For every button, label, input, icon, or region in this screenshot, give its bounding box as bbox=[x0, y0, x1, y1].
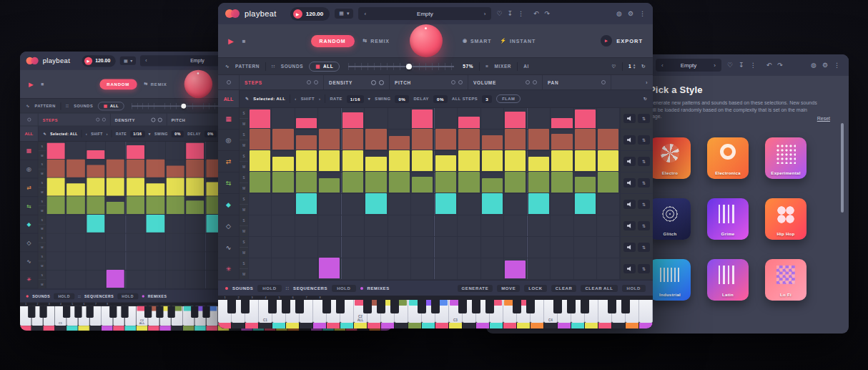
track-cue-button[interactable] bbox=[623, 264, 636, 273]
step-cell[interactable] bbox=[527, 130, 551, 150]
lock-icon[interactable] bbox=[314, 80, 318, 84]
solo-button[interactable]: S bbox=[240, 172, 248, 183]
piano-black-key[interactable] bbox=[86, 306, 93, 318]
edit-pencil-icon[interactable]: ✎ bbox=[44, 132, 47, 135]
piano-black-key[interactable] bbox=[621, 300, 630, 313]
bpm-control[interactable]: ▶ 120.00 bbox=[82, 55, 116, 67]
step-cell[interactable] bbox=[341, 258, 365, 279]
step-cell[interactable] bbox=[411, 237, 434, 258]
solo-button[interactable]: S bbox=[240, 258, 248, 269]
piano-black-key[interactable] bbox=[144, 306, 152, 318]
track-3-icon[interactable]: ⇄ bbox=[20, 178, 38, 197]
step-cell[interactable] bbox=[66, 142, 86, 160]
step-cell[interactable] bbox=[434, 194, 458, 215]
tab-steps[interactable]: STEPS bbox=[39, 114, 111, 126]
step-cell[interactable] bbox=[434, 151, 458, 172]
solo-button[interactable]: S bbox=[39, 271, 46, 280]
step-cell[interactable] bbox=[527, 108, 551, 129]
style-card-latin[interactable]: Latin bbox=[707, 259, 749, 301]
step-cell[interactable] bbox=[411, 194, 434, 215]
remix-button[interactable]: ⇆ REMIX bbox=[144, 82, 167, 87]
mixer-toggle[interactable]: MIXER bbox=[495, 64, 512, 69]
step-cell[interactable] bbox=[434, 172, 458, 193]
step-cell[interactable] bbox=[597, 237, 620, 258]
mute-button[interactable]: M bbox=[39, 170, 46, 178]
stepper-down-icon[interactable]: ▾ bbox=[633, 67, 636, 69]
step-cell[interactable] bbox=[388, 130, 411, 150]
solo-button[interactable]: S bbox=[240, 151, 248, 162]
step-cell[interactable] bbox=[46, 215, 66, 233]
step-cell[interactable] bbox=[125, 215, 145, 233]
track-1-icon[interactable]: ▦ bbox=[218, 108, 239, 130]
complexity-knob[interactable] bbox=[184, 70, 212, 98]
step-cell[interactable] bbox=[527, 151, 551, 172]
style-card-grime[interactable]: Grime bbox=[707, 198, 749, 240]
step-cell[interactable] bbox=[574, 130, 597, 150]
solo-button[interactable]: S bbox=[240, 130, 248, 140]
step-cell[interactable] bbox=[272, 215, 295, 236]
step-cell[interactable] bbox=[551, 215, 573, 236]
dice-icon[interactable] bbox=[96, 118, 99, 122]
piano-black-key[interactable] bbox=[363, 300, 372, 313]
step-cell[interactable] bbox=[411, 172, 434, 193]
tab-sounds[interactable]: SOUNDS bbox=[74, 104, 93, 108]
step-cell[interactable] bbox=[551, 151, 573, 172]
track-cue-button[interactable] bbox=[623, 243, 636, 252]
step-cell[interactable] bbox=[365, 172, 388, 193]
sidebar-all-tab[interactable]: ALL bbox=[218, 90, 239, 108]
step-cell[interactable] bbox=[411, 151, 434, 172]
step-cell[interactable] bbox=[46, 197, 66, 215]
kit-selector[interactable]: ▦ ▾ bbox=[120, 57, 136, 65]
step-cell[interactable] bbox=[66, 234, 86, 252]
piano-black-key[interactable] bbox=[526, 300, 535, 313]
step-cell[interactable] bbox=[146, 160, 166, 178]
step-cell[interactable] bbox=[365, 151, 388, 172]
step-cell[interactable] bbox=[86, 252, 106, 270]
step-cell[interactable] bbox=[597, 151, 620, 172]
remixes-hold-button[interactable]: HOLD bbox=[622, 285, 646, 292]
step-cell[interactable] bbox=[86, 271, 106, 288]
mute-button[interactable]: M bbox=[39, 188, 46, 196]
piano-black-key[interactable] bbox=[63, 306, 70, 318]
mute-button[interactable]: M bbox=[39, 151, 46, 160]
mute-button[interactable]: M bbox=[39, 206, 46, 215]
piano-black-key[interactable] bbox=[202, 306, 209, 318]
step-cell[interactable] bbox=[86, 234, 106, 252]
play-icon[interactable]: ▶ bbox=[84, 57, 92, 64]
step-cell[interactable] bbox=[295, 130, 318, 150]
step-cell[interactable] bbox=[388, 215, 411, 236]
swing-value[interactable]: 0% bbox=[395, 95, 409, 103]
piano-black-key[interactable] bbox=[156, 306, 163, 318]
solo-button[interactable]: S bbox=[39, 252, 46, 261]
step-cell[interactable] bbox=[146, 178, 166, 196]
transport-play-icon[interactable]: ▶ bbox=[228, 37, 234, 45]
track-6-icon[interactable]: ◇ bbox=[218, 215, 239, 237]
step-cell[interactable] bbox=[146, 271, 166, 288]
density-knob[interactable] bbox=[379, 80, 384, 85]
step-cell[interactable] bbox=[458, 237, 480, 258]
step-cell[interactable] bbox=[481, 151, 504, 172]
step-cell[interactable] bbox=[249, 215, 272, 236]
track-shift-stepper[interactable]: ⇅ bbox=[638, 114, 650, 123]
track-shift-stepper[interactable]: ⇅ bbox=[638, 157, 650, 166]
track-4-icon[interactable]: ⇆ bbox=[20, 197, 38, 215]
mute-button[interactable]: M bbox=[240, 183, 248, 193]
step-cell[interactable] bbox=[166, 178, 186, 196]
step-cell[interactable] bbox=[504, 172, 527, 193]
save-icon[interactable]: ↧ bbox=[507, 11, 513, 17]
sounds-hold-button[interactable]: HOLD bbox=[257, 285, 281, 292]
mute-button[interactable]: M bbox=[39, 243, 46, 251]
move-button[interactable]: MOVE bbox=[497, 285, 520, 292]
step-cell[interactable] bbox=[46, 142, 66, 160]
track-2-icon[interactable]: ◎ bbox=[20, 160, 38, 179]
mute-button[interactable]: M bbox=[39, 261, 46, 270]
step-cell[interactable] bbox=[166, 271, 186, 288]
track-cue-button[interactable] bbox=[623, 135, 636, 145]
step-cell[interactable] bbox=[272, 237, 295, 258]
save-icon[interactable]: ↧ bbox=[739, 62, 744, 69]
piano-black-key[interactable] bbox=[121, 306, 128, 318]
step-cell[interactable] bbox=[388, 258, 411, 279]
piano-black-key[interactable] bbox=[322, 300, 331, 313]
step-cell[interactable] bbox=[86, 215, 106, 233]
play-icon[interactable]: ▶ bbox=[293, 9, 302, 19]
